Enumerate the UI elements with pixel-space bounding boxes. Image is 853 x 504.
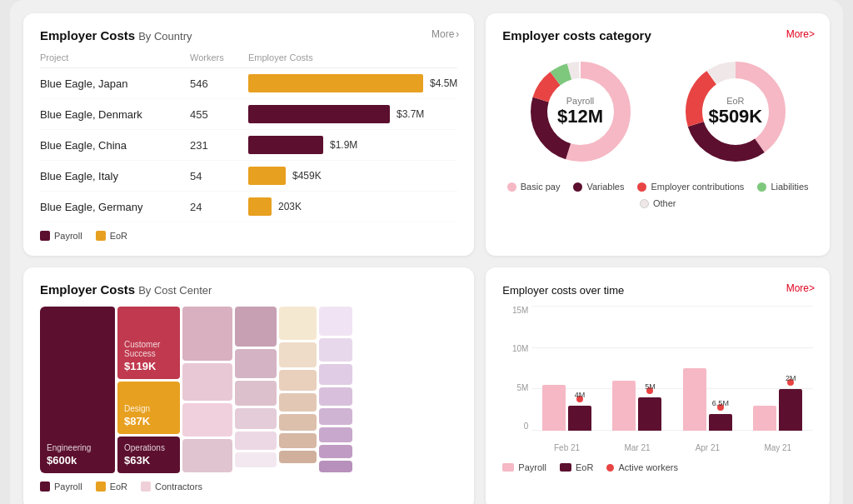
card-subtitle-country: By Country — [138, 30, 192, 42]
legend-basic-pay: Basic pay — [507, 182, 561, 192]
more-button-category[interactable]: More> — [786, 28, 815, 40]
time-legend: Payroll EoR Active workers — [502, 462, 813, 472]
card-subtitle-costcenter: By Cost Center — [138, 284, 212, 297]
bar-container: 203K — [248, 197, 457, 216]
eor-donut-wrap: EoR $509K — [677, 53, 794, 170]
bar — [248, 167, 286, 185]
eor-bar-apr: 6.5M — [709, 414, 732, 431]
liabilities-dot — [757, 182, 766, 192]
treemap-cell — [319, 364, 352, 385]
eor-dot-cc — [96, 482, 106, 492]
treemap-cell — [235, 452, 277, 467]
legend-item-eor: EoR — [96, 231, 127, 241]
treemap-col-1: Engineering $600k — [40, 307, 115, 473]
bar — [248, 136, 323, 154]
eor-bar-feb: 4M — [568, 406, 591, 431]
treemap-cell — [235, 408, 277, 429]
table-row: Blue Eagle, China 231 $1.9M — [40, 130, 457, 161]
eor-legend-dot — [96, 231, 106, 241]
bars-area: 4M 5M — [531, 306, 813, 431]
legend-contractors-cc: Contractors — [141, 482, 202, 492]
employer-contributions-dot — [637, 182, 646, 192]
legend-payroll-cc: Payroll — [40, 482, 82, 492]
payroll-dot-cc — [40, 482, 50, 492]
treemap-cell — [235, 381, 277, 406]
treemap-cell — [182, 439, 232, 472]
bar-container: $4.5M — [248, 74, 457, 92]
more-button-country[interactable]: More › — [431, 28, 459, 40]
treemap-cell — [235, 432, 277, 450]
eor-bar-mar: 5M — [638, 397, 661, 431]
country-table: Project Workers Employer Costs Blue Eagl… — [40, 51, 457, 222]
country-legend: Payroll EoR — [40, 231, 457, 241]
variables-dot — [573, 182, 582, 192]
month-group-may: 2M — [743, 389, 813, 431]
table-row: Blue Eagle, Italy 54 $459K — [40, 161, 457, 192]
treemap-cell — [279, 433, 317, 448]
more-button-overtime[interactable]: More> — [786, 282, 815, 294]
costcenter-legend: Payroll EoR Contractors — [40, 482, 457, 492]
treemap-col-2: Customer Success $119K Design $87K Opera… — [117, 307, 180, 473]
payroll-donut-center: Payroll $12M — [557, 96, 603, 127]
treemap-col-3 — [182, 307, 232, 473]
treemap-cell-operations: Operations $63K — [117, 437, 180, 473]
employer-costs-country-card: Employer Costs By Country More › Project… — [23, 13, 474, 256]
month-group-mar: 5M — [602, 381, 672, 431]
legend-variables: Variables — [573, 182, 624, 192]
treemap-cell — [319, 338, 352, 362]
basic-pay-dot — [507, 182, 516, 192]
dashboard: Employer Costs By Country More › Project… — [10, 0, 843, 504]
treemap-col-6 — [319, 307, 352, 473]
payroll-bar-feb — [542, 385, 566, 431]
payroll-bar-may — [753, 406, 776, 431]
payroll-legend-box — [502, 463, 514, 472]
payroll-bar-apr — [683, 368, 706, 431]
eor-donut: EoR $509K — [677, 53, 794, 170]
card-title-country: Employer Costs — [40, 28, 135, 42]
employer-costs-overtime-card: Employer costs over time More> 15M 10M 5… — [486, 267, 830, 504]
bar-container: $3.7M — [248, 105, 457, 123]
treemap-cell — [279, 414, 317, 431]
treemap-cell — [279, 342, 317, 367]
treemap-col-4 — [235, 307, 277, 473]
treemap-cell-customer-success: Customer Success $119K — [117, 307, 180, 379]
treemap-cell-design: Design $87K — [117, 382, 180, 434]
eor-donut-center: EoR $509K — [708, 96, 762, 127]
payroll-donut: Payroll $12M — [522, 53, 639, 170]
treemap-cell — [319, 408, 352, 425]
y-axis: 15M 10M 5M 0 — [502, 306, 531, 431]
card-title-overtime: Employer costs over time — [502, 284, 624, 297]
treemap-cell — [279, 307, 317, 340]
legend-other: Other — [640, 198, 676, 208]
employer-costs-costcenter-card: Employer Costs By Cost Center Engineerin… — [23, 267, 474, 504]
treemap-cell-engineering: Engineering $600k — [40, 307, 115, 473]
card-title-costcenter: Employer Costs — [40, 282, 135, 297]
bar — [248, 197, 272, 216]
donut-row: Payroll $12M — [502, 53, 813, 170]
eor-legend-box — [560, 463, 571, 472]
treemap-cell — [235, 307, 277, 347]
x-labels: Feb 21 Mar 21 Apr 21 May 21 — [531, 443, 813, 452]
payroll-legend-dot — [40, 231, 50, 241]
treemap-cell — [319, 387, 352, 406]
treemap-cell — [319, 461, 352, 472]
treemap-cell — [279, 393, 317, 412]
eor-bar-may: 2M — [779, 389, 802, 431]
treemap-cell — [279, 451, 317, 463]
table-row: Blue Eagle, Japan 546 $4.5M — [40, 68, 457, 99]
table-row: Blue Eagle, Denmark 455 $3.7M — [40, 99, 457, 130]
treemap-cell — [319, 445, 352, 458]
bar — [248, 105, 390, 123]
treemap-col-5 — [279, 307, 317, 473]
treemap-cell — [182, 307, 232, 361]
active-workers-legend-dot — [606, 464, 614, 472]
treemap: Engineering $600k Customer Success $119K… — [40, 307, 457, 473]
category-legend: Basic pay Variables Employer contributio… — [502, 182, 813, 208]
month-group-feb: 4M — [531, 385, 601, 431]
treemap-cell — [235, 349, 277, 378]
table-header: Project Workers Employer Costs — [40, 51, 457, 68]
payroll-bar-mar — [612, 381, 636, 431]
chart-area: 15M 10M 5M 0 — [502, 306, 813, 456]
table-row: Blue Eagle, Germany 24 203K — [40, 192, 457, 222]
month-group-apr: 6.5M — [672, 368, 742, 431]
